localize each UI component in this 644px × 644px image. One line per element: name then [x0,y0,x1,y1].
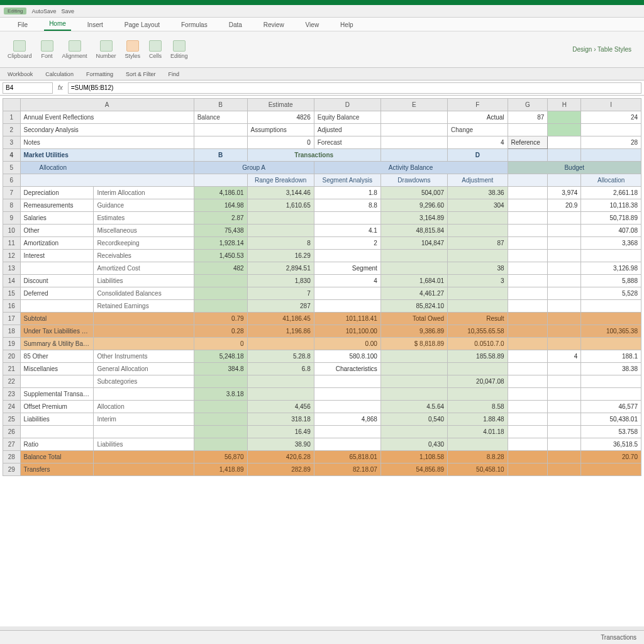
cell[interactable]: 8.8.28 [448,451,508,464]
cell[interactable]: 8 [247,237,314,250]
cell[interactable] [548,325,581,338]
cell[interactable]: 50,718.89 [581,212,641,225]
row-num[interactable]: 20 [3,350,21,363]
cell[interactable] [508,313,548,325]
cell[interactable] [20,174,194,187]
row-num[interactable]: 7 [3,187,21,199]
row-num[interactable]: 8 [3,199,21,212]
cell[interactable]: Transfers [20,464,94,476]
cell[interactable]: 28 [581,136,641,149]
row-num[interactable]: 18 [3,325,21,338]
row-num[interactable]: 2 [3,124,21,136]
tab-data[interactable]: Data [224,19,247,31]
cell[interactable]: 48,815.84 [380,225,447,237]
cell[interactable] [247,212,314,225]
cell[interactable] [94,464,194,476]
cell[interactable] [314,250,380,262]
cell[interactable]: 287 [247,300,314,313]
cell[interactable]: Estimates [94,212,194,225]
cell[interactable]: Budget [508,162,641,174]
cell[interactable]: Discount [20,275,94,287]
col-g[interactable]: G [508,99,548,111]
col-c[interactable]: Estimate [247,99,314,111]
cell[interactable]: Liabilities [94,275,194,287]
col-a[interactable]: A [20,99,194,111]
cell[interactable]: 20.70 [581,451,641,464]
cell[interactable] [194,174,247,187]
cell[interactable]: Range Breakdown [247,174,314,187]
cell[interactable]: Balance [194,111,247,124]
cell[interactable] [581,388,641,401]
col-e[interactable]: E [380,99,447,111]
cell[interactable]: 87 [448,237,508,250]
cell[interactable] [548,438,581,451]
cell[interactable] [548,174,581,187]
cell[interactable] [548,136,581,149]
cell[interactable]: 1,684.01 [380,275,447,287]
sub-item[interactable]: Calculation [45,71,74,77]
cell[interactable]: 82.18.07 [314,464,380,476]
row-num[interactable]: 21 [3,363,21,375]
cell[interactable] [548,363,581,375]
cell[interactable]: 1.8 [314,187,380,199]
cell[interactable]: 101,100.00 [314,325,380,338]
cell[interactable] [548,426,581,438]
cell[interactable]: 3,126.98 [581,262,641,275]
cell[interactable]: Subcategories [94,375,194,388]
tab-insert[interactable]: Insert [82,19,108,31]
cell[interactable] [581,149,641,162]
cell[interactable]: 2,894.51 [247,262,314,275]
cell[interactable]: Consolidated Balances [94,287,194,300]
cell[interactable] [508,237,548,250]
cell[interactable]: 10,118.38 [581,199,641,212]
cell[interactable]: 4826 [247,111,314,124]
cell[interactable] [508,464,548,476]
cell[interactable] [20,426,94,438]
ribbon-group-editing[interactable]: Editing [170,40,188,59]
cell[interactable] [20,300,94,313]
row-num[interactable]: 13 [3,262,21,275]
cell[interactable] [94,338,194,350]
cell[interactable]: Amortized Cost [94,262,194,275]
cell[interactable]: Miscellanies [20,363,94,375]
cell[interactable] [508,300,548,313]
cell[interactable]: Result [448,313,508,325]
cell[interactable] [314,300,380,313]
cell[interactable]: 0 [247,136,314,149]
spreadsheet-grid[interactable]: A B Estimate D E F G H I 1 Annual Event … [3,98,641,476]
col-b[interactable]: B [194,99,247,111]
ribbon-group-font[interactable]: Font [41,40,53,59]
cell[interactable]: Retained Earnings [94,300,194,313]
cell[interactable] [548,287,581,300]
cell[interactable]: 7 [247,287,314,300]
cell[interactable]: 164.98 [194,199,247,212]
cell[interactable] [508,225,548,237]
cell[interactable] [20,375,94,388]
cell[interactable]: Allocation [20,162,194,174]
cell[interactable]: Other [20,225,94,237]
cell[interactable] [581,375,641,388]
cell[interactable]: 580.8.100 [314,350,380,363]
cell[interactable]: 3 [448,275,508,287]
select-all-corner[interactable] [3,99,21,111]
cell[interactable]: Actual [448,111,508,124]
cell[interactable]: 1,108.58 [380,451,447,464]
cell[interactable]: 5.28.8 [247,350,314,363]
cell[interactable]: 4,868 [314,413,380,426]
cell[interactable] [194,375,247,388]
cell[interactable] [508,413,548,426]
cell[interactable]: 0,540 [380,413,447,426]
cell[interactable]: 36,518.5 [581,438,641,451]
cell[interactable]: 2,661.18 [581,187,641,199]
cell[interactable] [194,275,247,287]
cell[interactable]: Interest [20,250,94,262]
fx-icon[interactable]: fx [58,84,63,91]
sub-item[interactable]: Workbook [8,71,33,77]
cell[interactable]: 20,047.08 [448,375,508,388]
cell[interactable] [508,199,548,212]
cell[interactable]: 0.0510.7.0 [448,338,508,350]
row-num[interactable]: 10 [3,225,21,237]
cell[interactable]: 8.58 [448,401,508,413]
cell[interactable] [314,438,380,451]
cell[interactable]: Interim Allocation [94,187,194,199]
